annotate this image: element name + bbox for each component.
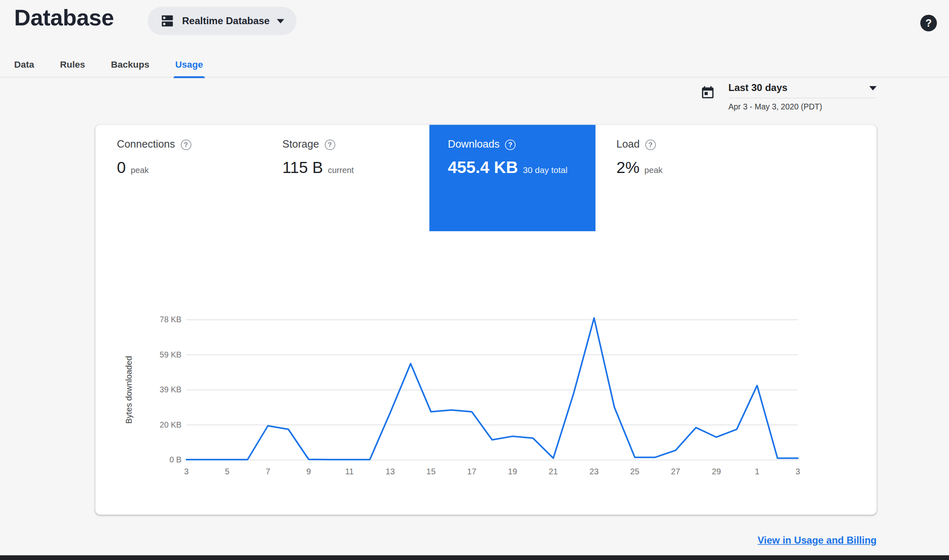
date-range-selector[interactable]: Last 30 days Apr 3 - May 3, 2020 (PDT) bbox=[700, 82, 877, 112]
date-range-detail: Apr 3 - May 3, 2020 (PDT) bbox=[728, 102, 877, 112]
calendar-icon bbox=[700, 85, 716, 112]
view-usage-billing-link[interactable]: View in Usage and Billing bbox=[757, 535, 876, 546]
metric-label: Downloads bbox=[448, 139, 500, 151]
database-usage-page: Database Realtime Database ? Data Rules … bbox=[0, 0, 949, 560]
chevron-down-icon bbox=[277, 19, 284, 23]
help-circle-icon[interactable]: ? bbox=[645, 139, 656, 150]
y-tick-label: 0 B bbox=[130, 455, 182, 464]
metric-suffix: 30 day total bbox=[523, 165, 568, 175]
tab-backups[interactable]: Backups bbox=[98, 52, 162, 78]
tab-bar: Data Rules Backups Usage bbox=[0, 52, 949, 78]
metric-downloads[interactable]: Downloads ? 455.4 KB 30 day total bbox=[429, 125, 595, 232]
metric-storage[interactable]: Storage ? 115 B current bbox=[262, 125, 429, 232]
tab-data[interactable]: Data bbox=[1, 52, 47, 78]
date-range-main: Last 30 days Apr 3 - May 3, 2020 (PDT) bbox=[728, 82, 877, 112]
metric-label: Load bbox=[616, 139, 640, 151]
x-tick-label: 11 bbox=[336, 467, 363, 476]
page-title: Database bbox=[14, 5, 114, 31]
date-range-label: Last 30 days bbox=[728, 82, 787, 93]
x-tick-label: 17 bbox=[458, 467, 485, 476]
metric-suffix: peak bbox=[131, 166, 149, 175]
chevron-down-icon bbox=[869, 86, 877, 90]
x-tick-label: 27 bbox=[662, 467, 689, 476]
metric-load[interactable]: Load ? 2% peak bbox=[595, 125, 768, 232]
x-tick-label: 3 bbox=[173, 467, 200, 476]
y-tick-label: 59 KB bbox=[130, 350, 182, 360]
x-tick-label: 5 bbox=[214, 467, 241, 476]
database-icon bbox=[160, 14, 175, 28]
metric-connections[interactable]: Connections ? 0 peak bbox=[96, 125, 262, 232]
y-tick-label: 20 KB bbox=[130, 420, 182, 430]
metric-value: 455.4 KB bbox=[448, 158, 518, 178]
help-circle-icon[interactable]: ? bbox=[505, 139, 516, 150]
x-tick-label: 25 bbox=[621, 467, 648, 476]
usage-card: Connections ? 0 peak Storage ? 115 B cur… bbox=[96, 125, 877, 515]
help-icon[interactable]: ? bbox=[920, 15, 937, 32]
y-tick-label: 39 KB bbox=[130, 385, 182, 394]
tab-usage[interactable]: Usage bbox=[162, 52, 216, 78]
metric-label: Connections bbox=[117, 139, 175, 151]
x-tick-label: 21 bbox=[540, 467, 567, 476]
metric-label: Storage bbox=[283, 139, 319, 151]
metric-suffix: peak bbox=[644, 166, 662, 175]
x-tick-label: 23 bbox=[580, 467, 607, 476]
database-selector-label: Realtime Database bbox=[182, 16, 269, 27]
x-tick-label: 3 bbox=[785, 467, 812, 476]
metric-value: 0 bbox=[117, 158, 126, 178]
help-circle-icon[interactable]: ? bbox=[180, 139, 191, 150]
x-tick-label: 29 bbox=[703, 467, 730, 476]
database-selector[interactable]: Realtime Database bbox=[148, 7, 297, 35]
x-tick-label: 1 bbox=[744, 467, 771, 476]
downloads-series-line bbox=[187, 318, 798, 460]
metric-value: 115 B bbox=[283, 158, 323, 178]
x-tick-label: 9 bbox=[295, 467, 322, 476]
x-tick-label: 19 bbox=[499, 467, 526, 476]
y-tick-label: 78 KB bbox=[130, 315, 182, 324]
metric-suffix: current bbox=[328, 166, 354, 175]
x-tick-label: 7 bbox=[254, 467, 281, 476]
x-tick-label: 13 bbox=[376, 467, 404, 476]
metric-value: 2% bbox=[616, 158, 639, 178]
help-circle-icon[interactable]: ? bbox=[324, 139, 335, 150]
x-tick-label: 15 bbox=[417, 467, 445, 476]
tab-rules[interactable]: Rules bbox=[47, 52, 98, 78]
bottom-bar bbox=[0, 555, 949, 560]
